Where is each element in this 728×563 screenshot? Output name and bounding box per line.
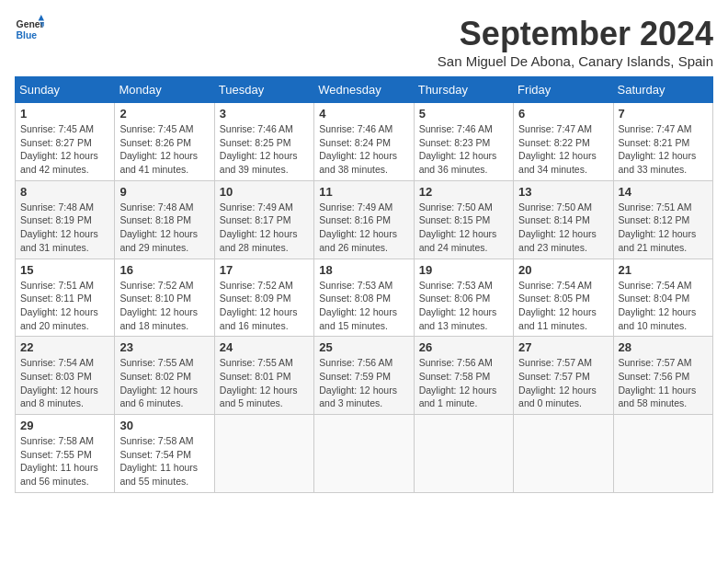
calendar-day-cell: 17Sunrise: 7:52 AMSunset: 8:09 PMDayligh… <box>214 259 313 337</box>
calendar-day-cell: 25Sunrise: 7:56 AMSunset: 7:59 PMDayligh… <box>314 337 414 415</box>
day-detail: Sunrise: 7:54 AMSunset: 8:05 PMDaylight:… <box>518 280 597 331</box>
day-number: 29 <box>20 419 109 432</box>
day-detail: Sunrise: 7:52 AMSunset: 8:09 PMDaylight:… <box>220 280 298 331</box>
day-detail: Sunrise: 7:57 AMSunset: 7:56 PMDaylight:… <box>619 357 697 408</box>
day-detail: Sunrise: 7:51 AMSunset: 8:11 PMDaylight:… <box>20 280 98 331</box>
day-number: 16 <box>119 263 209 277</box>
day-number: 8 <box>20 185 109 199</box>
day-detail: Sunrise: 7:45 AMSunset: 8:27 PMDaylight:… <box>20 123 98 175</box>
calendar-week-row: 29Sunrise: 7:58 AMSunset: 7:55 PMDayligh… <box>16 415 713 493</box>
calendar-day-cell <box>613 415 712 493</box>
day-detail: Sunrise: 7:47 AMSunset: 8:21 PMDaylight:… <box>619 123 697 175</box>
calendar-day-cell: 16Sunrise: 7:52 AMSunset: 8:10 PMDayligh… <box>115 259 214 337</box>
day-number: 18 <box>319 263 408 277</box>
day-number: 3 <box>220 107 309 121</box>
day-detail: Sunrise: 7:56 AMSunset: 7:58 PMDaylight:… <box>419 357 497 408</box>
day-number: 9 <box>119 185 209 199</box>
calendar-day-cell <box>414 415 513 493</box>
calendar-day-cell: 18Sunrise: 7:53 AMSunset: 8:08 PMDayligh… <box>314 259 414 337</box>
day-number: 22 <box>20 340 109 354</box>
calendar-week-row: 15Sunrise: 7:51 AMSunset: 8:11 PMDayligh… <box>16 259 713 337</box>
calendar-day-cell: 22Sunrise: 7:54 AMSunset: 8:03 PMDayligh… <box>16 337 115 415</box>
day-detail: Sunrise: 7:54 AMSunset: 8:04 PMDaylight:… <box>619 280 697 331</box>
calendar-day-cell: 28Sunrise: 7:57 AMSunset: 7:56 PMDayligh… <box>613 337 712 415</box>
day-number: 25 <box>319 340 408 354</box>
calendar-day-cell: 2Sunrise: 7:45 AMSunset: 8:26 PMDaylight… <box>115 103 214 181</box>
day-number: 28 <box>619 340 708 354</box>
day-number: 15 <box>20 263 109 277</box>
day-number: 14 <box>619 185 708 199</box>
day-detail: Sunrise: 7:46 AMSunset: 8:24 PMDaylight:… <box>319 123 397 175</box>
calendar-day-cell: 19Sunrise: 7:53 AMSunset: 8:06 PMDayligh… <box>414 259 513 337</box>
col-header-friday: Friday <box>514 77 613 103</box>
calendar-day-cell: 13Sunrise: 7:50 AMSunset: 8:14 PMDayligh… <box>514 180 613 259</box>
calendar-day-cell <box>214 415 313 493</box>
day-number: 26 <box>419 340 508 354</box>
day-detail: Sunrise: 7:56 AMSunset: 7:59 PMDaylight:… <box>319 357 397 408</box>
calendar-table: SundayMondayTuesdayWednesdayThursdayFrid… <box>15 76 713 493</box>
calendar-day-cell: 23Sunrise: 7:55 AMSunset: 8:02 PMDayligh… <box>115 337 214 415</box>
logo: General Blue <box>15 15 44 44</box>
day-number: 5 <box>419 107 508 121</box>
calendar-day-cell <box>314 415 414 493</box>
day-number: 13 <box>518 185 608 199</box>
col-header-sunday: Sunday <box>16 77 115 103</box>
day-detail: Sunrise: 7:49 AMSunset: 8:16 PMDaylight:… <box>319 201 397 253</box>
day-number: 2 <box>119 107 209 121</box>
calendar-day-cell: 26Sunrise: 7:56 AMSunset: 7:58 PMDayligh… <box>414 337 513 415</box>
calendar-day-cell: 30Sunrise: 7:58 AMSunset: 7:54 PMDayligh… <box>115 415 214 493</box>
day-detail: Sunrise: 7:46 AMSunset: 8:23 PMDaylight:… <box>419 123 497 175</box>
calendar-day-cell: 20Sunrise: 7:54 AMSunset: 8:05 PMDayligh… <box>514 259 613 337</box>
location-subtitle: San Miguel De Abona, Canary Islands, Spa… <box>438 53 713 69</box>
calendar-week-row: 8Sunrise: 7:48 AMSunset: 8:19 PMDaylight… <box>16 180 713 259</box>
calendar-day-cell: 1Sunrise: 7:45 AMSunset: 8:27 PMDaylight… <box>16 103 115 181</box>
day-number: 6 <box>518 107 608 121</box>
calendar-day-cell: 29Sunrise: 7:58 AMSunset: 7:55 PMDayligh… <box>16 415 115 493</box>
calendar-day-cell: 5Sunrise: 7:46 AMSunset: 8:23 PMDaylight… <box>414 103 513 181</box>
day-detail: Sunrise: 7:55 AMSunset: 8:01 PMDaylight:… <box>220 357 298 408</box>
calendar-day-cell: 15Sunrise: 7:51 AMSunset: 8:11 PMDayligh… <box>16 259 115 337</box>
logo-icon: General Blue <box>15 15 44 44</box>
calendar-day-cell: 11Sunrise: 7:49 AMSunset: 8:16 PMDayligh… <box>314 180 414 259</box>
calendar-header-row: SundayMondayTuesdayWednesdayThursdayFrid… <box>16 77 713 103</box>
day-number: 21 <box>619 263 708 277</box>
col-header-wednesday: Wednesday <box>314 77 414 103</box>
calendar-day-cell: 6Sunrise: 7:47 AMSunset: 8:22 PMDaylight… <box>514 103 613 181</box>
day-number: 10 <box>220 185 309 199</box>
day-detail: Sunrise: 7:50 AMSunset: 8:15 PMDaylight:… <box>419 201 497 253</box>
month-title: September 2024 <box>438 15 713 53</box>
day-detail: Sunrise: 7:46 AMSunset: 8:25 PMDaylight:… <box>220 123 298 175</box>
calendar-day-cell: 24Sunrise: 7:55 AMSunset: 8:01 PMDayligh… <box>214 337 313 415</box>
day-number: 11 <box>319 185 408 199</box>
calendar-day-cell: 27Sunrise: 7:57 AMSunset: 7:57 PMDayligh… <box>514 337 613 415</box>
calendar-day-cell: 9Sunrise: 7:48 AMSunset: 8:18 PMDaylight… <box>115 180 214 259</box>
day-detail: Sunrise: 7:47 AMSunset: 8:22 PMDaylight:… <box>518 123 597 175</box>
calendar-day-cell: 14Sunrise: 7:51 AMSunset: 8:12 PMDayligh… <box>613 180 712 259</box>
day-number: 19 <box>419 263 508 277</box>
calendar-day-cell: 3Sunrise: 7:46 AMSunset: 8:25 PMDaylight… <box>214 103 313 181</box>
day-detail: Sunrise: 7:54 AMSunset: 8:03 PMDaylight:… <box>20 357 98 408</box>
svg-text:Blue: Blue <box>17 30 38 40</box>
day-number: 17 <box>220 263 309 277</box>
calendar-day-cell: 21Sunrise: 7:54 AMSunset: 8:04 PMDayligh… <box>613 259 712 337</box>
day-detail: Sunrise: 7:49 AMSunset: 8:17 PMDaylight:… <box>220 201 298 253</box>
day-detail: Sunrise: 7:45 AMSunset: 8:26 PMDaylight:… <box>119 123 198 175</box>
day-detail: Sunrise: 7:53 AMSunset: 8:06 PMDaylight:… <box>419 280 497 331</box>
calendar-day-cell: 8Sunrise: 7:48 AMSunset: 8:19 PMDaylight… <box>16 180 115 259</box>
title-block: September 2024 San Miguel De Abona, Cana… <box>438 15 713 69</box>
day-detail: Sunrise: 7:57 AMSunset: 7:57 PMDaylight:… <box>518 357 597 408</box>
day-number: 30 <box>119 419 209 432</box>
col-header-tuesday: Tuesday <box>214 77 313 103</box>
svg-text:General: General <box>17 19 44 29</box>
svg-marker-2 <box>39 15 44 20</box>
day-number: 12 <box>419 185 508 199</box>
day-number: 27 <box>518 340 608 354</box>
day-detail: Sunrise: 7:48 AMSunset: 8:18 PMDaylight:… <box>119 201 198 253</box>
day-number: 4 <box>319 107 408 121</box>
calendar-day-cell: 10Sunrise: 7:49 AMSunset: 8:17 PMDayligh… <box>214 180 313 259</box>
day-detail: Sunrise: 7:52 AMSunset: 8:10 PMDaylight:… <box>119 280 198 331</box>
day-detail: Sunrise: 7:55 AMSunset: 8:02 PMDaylight:… <box>119 357 198 408</box>
col-header-saturday: Saturday <box>613 77 712 103</box>
day-number: 1 <box>20 107 109 121</box>
calendar-day-cell: 4Sunrise: 7:46 AMSunset: 8:24 PMDaylight… <box>314 103 414 181</box>
